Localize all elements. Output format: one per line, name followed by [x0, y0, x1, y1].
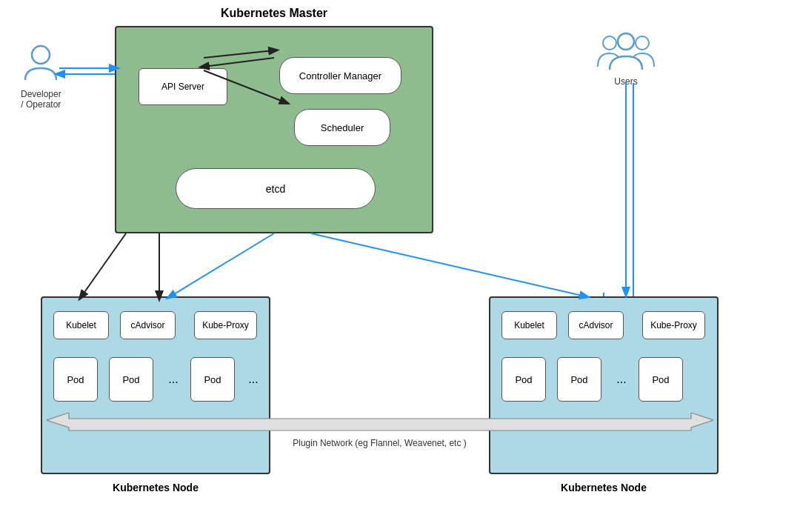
kubelet-right: Kubelet: [501, 311, 557, 339]
svg-marker-4: [47, 413, 713, 430]
svg-point-2: [636, 36, 649, 50]
etcd-label: etcd: [266, 183, 285, 195]
controller-manager-box: Controller Manager: [279, 57, 401, 94]
users-label: Users: [596, 76, 656, 87]
node-left-title: Kubernetes Node: [113, 482, 199, 493]
kube-proxy-left: Kube-Proxy: [194, 311, 257, 339]
api-server-label: API Server: [161, 82, 204, 92]
svg-point-1: [603, 36, 616, 50]
etcd-box: etcd: [176, 168, 376, 209]
scheduler-label: Scheduler: [321, 122, 364, 133]
pod-right-1: Pod: [501, 357, 546, 402]
blue-to-node-left-arrow: [170, 233, 274, 296]
network-label: Plugin Network (eg Flannel, Weavenet, et…: [293, 438, 467, 448]
pod-left-3: Pod: [190, 357, 235, 402]
svg-point-0: [32, 46, 50, 64]
network-arrow: [47, 413, 713, 436]
kubelet-left: Kubelet: [53, 311, 109, 339]
scheduler-box: Scheduler: [294, 109, 390, 146]
dots-left-right: ...: [242, 368, 264, 390]
master-title: Kubernetes Master: [221, 7, 327, 20]
kube-proxy-right: Kube-Proxy: [642, 311, 705, 339]
api-server-box: API Server: [139, 68, 227, 105]
developer-label: Developer / Operator: [21, 89, 61, 110]
network-arrow-container: Plugin Network (eg Flannel, Weavenet, et…: [41, 412, 719, 449]
controller-manager-label: Controller Manager: [299, 70, 381, 82]
users-actor: Users: [596, 31, 656, 87]
svg-point-3: [618, 33, 634, 50]
pod-right-3: Pod: [639, 357, 683, 402]
cadvisor-left: cAdvisor: [120, 311, 176, 339]
api-to-node-left2-arrow: [81, 233, 126, 296]
node-right-title: Kubernetes Node: [561, 482, 647, 493]
developer-person-icon: [21, 44, 60, 83]
blue-to-node-right-arrow: [311, 233, 585, 296]
diagram-container: Developer / Operator Users Kubernetes Ma…: [0, 0, 800, 532]
dots-left-mid: ...: [162, 368, 184, 390]
dots-right-mid: ...: [610, 368, 633, 390]
master-box: Kubernetes Master API Server Controller …: [115, 26, 433, 233]
pod-left-1: Pod: [53, 357, 98, 402]
pod-left-2: Pod: [109, 357, 153, 402]
developer-actor: Developer / Operator: [21, 44, 61, 110]
cadvisor-right: cAdvisor: [568, 311, 624, 339]
pod-right-2: Pod: [557, 357, 601, 402]
users-group-icon: [596, 31, 656, 72]
